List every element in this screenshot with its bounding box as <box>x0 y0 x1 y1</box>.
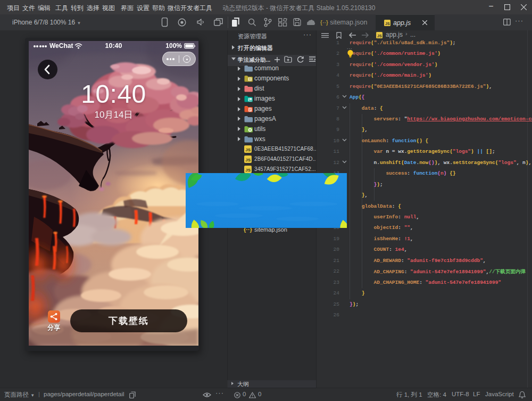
svg-text:JS: JS <box>385 22 390 26</box>
svg-text:JS: JS <box>245 148 251 152</box>
svg-text:JS: JS <box>377 34 382 38</box>
svg-text:JS: JS <box>245 158 251 162</box>
svg-text:JS: JS <box>245 168 251 173</box>
